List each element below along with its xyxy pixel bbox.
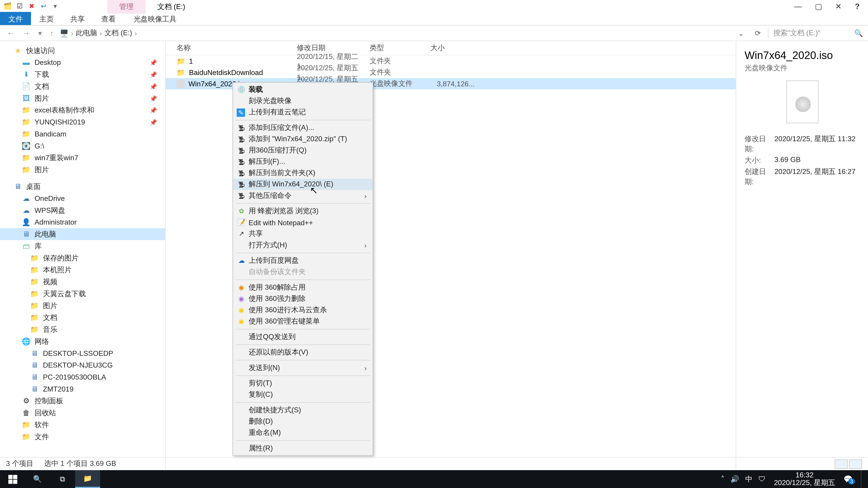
- ctx-extract-here[interactable]: 🗜解压到当前文件夹(X): [233, 167, 373, 179]
- tab-iso-tools[interactable]: 光盘映像工具: [125, 12, 185, 25]
- tray-ime-icon[interactable]: 中: [745, 474, 752, 484]
- tree-onedrive[interactable]: ☁OneDrive: [0, 193, 165, 204]
- tree-documents[interactable]: 📄文档📌: [0, 80, 165, 92]
- ctx-360-force-del[interactable]: ◉使用 360强力删除: [233, 293, 373, 304]
- tree-yunqishi[interactable]: 📁YUNQISHI2019📌: [0, 116, 165, 128]
- nav-up-button[interactable]: ↑: [48, 29, 56, 37]
- show-desktop-button[interactable]: [861, 470, 864, 488]
- ctx-notepad[interactable]: 📝Edit with Notepad++: [233, 217, 373, 228]
- ctx-browse-bee[interactable]: ✿用 蜂蜜浏览器 浏览(3): [233, 205, 373, 217]
- tree-network[interactable]: 🌐网络: [0, 335, 165, 348]
- ctx-360-trojan[interactable]: ◉使用 360进行木马云查杀: [233, 304, 373, 316]
- ctx-delete[interactable]: 删除(D): [233, 416, 373, 427]
- tree-control[interactable]: ⚙控制面板: [0, 395, 165, 407]
- tree-quick-access[interactable]: ★快速访问: [0, 45, 165, 57]
- tree-saved-pics[interactable]: 📁保存的图片: [0, 252, 165, 264]
- tree-admin[interactable]: 👤Administrator: [0, 216, 165, 228]
- col-size[interactable]: 大小: [430, 43, 478, 53]
- ctx-360-manage[interactable]: ◉使用 360管理右键菜单: [233, 316, 373, 327]
- tree-downloads[interactable]: ⬇下载📌: [0, 68, 165, 80]
- tree-wps[interactable]: ☁WPS网盘: [0, 204, 165, 217]
- file-row[interactable]: 📁1 2020/12/15, 星期二 1... 文件夹: [166, 55, 736, 67]
- tree-pictures2[interactable]: 📁图片: [0, 164, 165, 176]
- view-large-button[interactable]: [849, 459, 862, 468]
- tab-view[interactable]: 查看: [93, 12, 124, 25]
- nav-recent-dropdown[interactable]: ▾: [36, 29, 44, 37]
- maximize-button[interactable]: ▢: [815, 2, 822, 11]
- help-button[interactable]: ?: [855, 2, 860, 11]
- ctx-mount[interactable]: 💿装载: [233, 84, 373, 95]
- ctx-share[interactable]: ↗共享: [233, 228, 373, 239]
- tree-gdrive[interactable]: 💽G:\: [0, 140, 165, 152]
- file-row[interactable]: 📁BaiduNetdiskDownload 2020/12/25, 星期五 1.…: [166, 67, 736, 78]
- tree-desktop[interactable]: ▬Desktop📌: [0, 57, 165, 69]
- qat-delete-icon[interactable]: ✖: [27, 2, 36, 10]
- ctx-burn[interactable]: 刻录光盘映像: [233, 95, 373, 107]
- explorer-taskbar-button[interactable]: 📁: [75, 470, 100, 488]
- search-box[interactable]: 搜索"文档 (E:)" 🔍: [768, 28, 863, 38]
- col-type[interactable]: 类型: [370, 43, 430, 53]
- ctx-360-unlock[interactable]: ◉使用 360解除占用: [233, 282, 373, 293]
- tray-volume-icon[interactable]: 🔊: [730, 475, 739, 483]
- col-date[interactable]: 修改日期: [297, 43, 370, 53]
- tree-camera-roll[interactable]: 📁本机照片: [0, 264, 165, 276]
- tree-files[interactable]: 📁文件: [0, 431, 165, 443]
- ctx-send-qq[interactable]: 通过QQ发送到: [233, 331, 373, 343]
- ctx-properties[interactable]: 属性(R): [233, 443, 373, 454]
- refresh-button[interactable]: ⟳: [751, 29, 764, 37]
- ctx-other-zip[interactable]: 🗜其他压缩命令›: [233, 190, 373, 201]
- crumb-thispc[interactable]: 此电脑: [76, 28, 97, 38]
- tree-software[interactable]: 📁软件: [0, 419, 165, 431]
- tree-thispc[interactable]: 🖥此电脑: [0, 228, 165, 240]
- tree-pc2019[interactable]: 🖥PC-20190530OBLA: [0, 371, 165, 383]
- ctx-rename[interactable]: 重命名(M): [233, 427, 373, 438]
- tree-music[interactable]: 📁音乐: [0, 324, 165, 335]
- tray-security-icon[interactable]: 🛡: [758, 475, 766, 483]
- tree-win7[interactable]: 📁win7重装win7: [0, 152, 165, 164]
- ctx-add-archive[interactable]: 🗜添加到压缩文件(A)...: [233, 122, 373, 133]
- minimize-button[interactable]: —: [794, 2, 802, 11]
- qat-dropdown-icon[interactable]: ▾: [51, 2, 60, 10]
- tree-recycle[interactable]: 🗑回收站: [0, 407, 165, 419]
- tree-library[interactable]: 🗃库: [0, 240, 165, 252]
- nav-forward-button[interactable]: →: [20, 29, 32, 37]
- ctx-upload-youdao[interactable]: ✎上传到有道云笔记: [233, 107, 373, 118]
- ctx-shortcut[interactable]: 创建快捷方式(S): [233, 404, 373, 416]
- close-button[interactable]: ✕: [835, 2, 842, 11]
- taskbar-clock[interactable]: 16:32 2020/12/25, 星期五: [774, 471, 835, 487]
- tree-excel[interactable]: 📁excel表格制作求和📌: [0, 104, 165, 116]
- search-icon[interactable]: 🔍: [854, 29, 863, 37]
- tree-pics3[interactable]: 📁图片: [0, 300, 165, 312]
- address-dropdown-icon[interactable]: ⌄: [738, 29, 747, 37]
- tree-docs3[interactable]: 📁文档: [0, 312, 165, 324]
- nav-back-button[interactable]: ←: [5, 29, 17, 37]
- tab-share[interactable]: 共享: [62, 12, 93, 25]
- view-details-button[interactable]: [835, 459, 848, 468]
- ctx-open-360zip[interactable]: 🗜用360压缩打开(Q): [233, 145, 373, 156]
- tray-chevron-up-icon[interactable]: ˄: [721, 475, 724, 483]
- ctx-open-with[interactable]: 打开方式(H)›: [233, 239, 373, 251]
- chevron-right-icon[interactable]: ›: [71, 29, 73, 37]
- tree-desktop-root[interactable]: 🖥桌面: [0, 181, 165, 193]
- action-center-button[interactable]: 💬3: [844, 475, 852, 483]
- tree-tianyi[interactable]: 📁天翼云盘下载: [0, 288, 165, 300]
- ctx-send-to[interactable]: 发送到(N)›: [233, 362, 373, 374]
- ctx-copy[interactable]: 复制(C): [233, 389, 373, 400]
- start-button[interactable]: [0, 470, 25, 488]
- ctx-extract-named[interactable]: 🗜解压到 Win7x64_2020\ (E): [233, 179, 373, 190]
- task-view-button[interactable]: ⧉: [50, 470, 75, 488]
- ctx-upload-baidu[interactable]: ☁上传到百度网盘: [233, 255, 373, 266]
- breadcrumb[interactable]: 🖥️ › 此电脑 › 文档 (E:) › ⌄: [60, 28, 748, 38]
- ctx-add-zip[interactable]: 🗜添加到 "Win7x64_2020.zip" (T): [233, 133, 373, 145]
- chevron-right-icon[interactable]: ›: [134, 29, 137, 37]
- qat-undo-icon[interactable]: ↩: [39, 2, 48, 10]
- ctx-restore-prev[interactable]: 还原以前的版本(V): [233, 347, 373, 358]
- tree-zmt[interactable]: 🖥ZMT2019: [0, 383, 165, 395]
- search-button[interactable]: 🔍: [25, 470, 50, 488]
- ctx-cut[interactable]: 剪切(T): [233, 378, 373, 389]
- tree-videos[interactable]: 📁视频: [0, 276, 165, 288]
- tree-bandicam[interactable]: 📁Bandicam: [0, 128, 165, 140]
- tree-pictures[interactable]: 🖼图片📌: [0, 92, 165, 104]
- crumb-folder[interactable]: 文档 (E:): [104, 28, 132, 38]
- tree-desktop-nje[interactable]: 🖥DESKTOP-NJEU3CG: [0, 359, 165, 371]
